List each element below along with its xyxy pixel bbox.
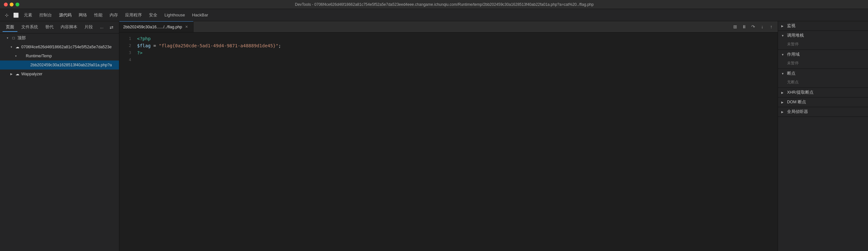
editor-area: 2bb202459c30a16....../../flag.php ✕ ⊞ ⏸ …	[119, 21, 778, 251]
line-num-2: 2	[119, 42, 131, 49]
subtab-snippets[interactable]: 片段	[81, 23, 96, 32]
tree-item-wappalyzer[interactable]: ▶ ☁ Wappalyzer	[0, 70, 119, 78]
xhr-title: XHR/提取断点	[787, 90, 813, 95]
tree-label-top: 顶部	[18, 35, 26, 41]
line-numbers: 1 2 3 4	[119, 33, 134, 251]
section-xhr: ▶ XHR/提取断点	[778, 88, 868, 98]
top-toolbar: ⊹ ⬜ 元素 控制台 源代码 网络 性能 内存 应用程序 安全 Lighthou…	[0, 9, 868, 21]
sidebar: 页面 文件系统 替代 内容脚本 片段 ... ⇄ ▾ □ 顶部 ▾ ☁ 0706…	[0, 21, 119, 251]
arrow-wappalyzer: ▶	[9, 72, 13, 76]
section-watch: ▶ 监视	[778, 21, 868, 31]
editor-tab-label: 2bb202459c30a16....../../flag.php	[123, 25, 182, 29]
section-callstack: ▼ 调用堆栈 未暂停	[778, 31, 868, 50]
breakpoints-content: 无断点	[778, 78, 868, 87]
right-panel: ▶ 监视 ▼ 调用堆栈 未暂停 ▼ 作用域 未暂停 ▼ 断点	[778, 21, 868, 251]
tab-performance[interactable]: 性能	[91, 11, 106, 19]
line-num-4: 4	[119, 56, 131, 63]
tab-sources[interactable]: 源代码	[56, 11, 75, 19]
file-tree: ▾ □ 顶部 ▾ ☁ 0706f4ce626d46f18662a81c754e5…	[0, 33, 119, 251]
tab-security[interactable]: 安全	[146, 11, 161, 19]
titlebar: DevTools - 0706f4ce626d46f18662a81c754e5…	[0, 0, 868, 9]
tab-application[interactable]: 应用程序	[122, 11, 145, 19]
tree-item-top[interactable]: ▾ □ 顶部	[0, 33, 119, 42]
section-watch-header[interactable]: ▶ 监视	[778, 21, 868, 31]
code-line-4	[137, 56, 778, 63]
tab-close-button[interactable]: ✕	[184, 25, 189, 30]
tree-label-wappalyzer: Wappalyzer	[21, 72, 42, 76]
dom-title: DOM 断点	[787, 100, 806, 105]
step-over-icon[interactable]: ↓	[758, 23, 766, 31]
traffic-lights	[4, 3, 19, 6]
tab-hackbar[interactable]: HackBar	[189, 11, 212, 19]
tree-item-runtime[interactable]: ▾ Runtime/Temp	[0, 51, 119, 61]
screen-icon[interactable]: ⬜	[11, 11, 20, 19]
tree-item-domain[interactable]: ▾ ☁ 0706f4ce626d46f18662a81c754e5f52a5e7…	[0, 42, 119, 51]
section-breakpoints-header[interactable]: ▼ 断点	[778, 69, 868, 78]
scope-content: 未暂停	[778, 59, 868, 69]
subtab-filesystem[interactable]: 文件系统	[18, 23, 41, 32]
tree-label-file: 2bb202459c30a1628513f40ab22fa01a.php?a	[30, 63, 112, 67]
section-dom-header[interactable]: ▶ DOM 断点	[778, 98, 868, 107]
tree-label-domain: 0706f4ce626d46f18662a81c754e5f52a5e7da52…	[21, 45, 112, 49]
cloud-wappalyzer-icon: ☁	[15, 71, 20, 77]
tab-network[interactable]: 网络	[75, 11, 90, 19]
tab-console[interactable]: 控制台	[36, 11, 55, 19]
close-button[interactable]	[4, 3, 8, 6]
callstack-content: 未暂停	[778, 40, 868, 49]
editor-tab-icons: ⊞ ⏸ ↷ ↓ ↑	[729, 21, 778, 32]
scope-arrow: ▼	[781, 53, 785, 56]
watch-title: 监视	[787, 23, 796, 29]
global-title: 全局侦听器	[787, 109, 808, 114]
section-callstack-header[interactable]: ▼ 调用堆栈	[778, 31, 868, 40]
arrow-runtime: ▾	[13, 54, 18, 58]
callstack-title: 调用堆栈	[787, 33, 804, 38]
step-icon[interactable]: ↷	[749, 23, 757, 31]
cloud-icon: ☁	[15, 44, 20, 49]
section-dom: ▶ DOM 断点	[778, 98, 868, 107]
code-editor: 1 2 3 4 <?php $flag = "flag{0a250cde-5ad…	[119, 33, 778, 251]
folder-icon: □	[11, 35, 16, 41]
tab-elements[interactable]: 元素	[21, 11, 35, 19]
pause-icon[interactable]: ⏸	[740, 23, 748, 31]
window-title: DevTools - 0706f4ce626d46f18662a81c754e5…	[25, 2, 864, 7]
xhr-arrow: ▶	[781, 91, 785, 94]
line-num-1: 1	[119, 35, 131, 42]
tree-label-runtime: Runtime/Temp	[26, 54, 52, 58]
folder-runtime-icon	[19, 53, 25, 59]
arrow-top: ▾	[5, 36, 10, 40]
tab-lighthouse[interactable]: Lighthouse	[161, 11, 188, 19]
editor-tabs: 2bb202459c30a16....../../flag.php ✕ ⊞ ⏸ …	[119, 21, 778, 33]
code-line-3: ?>	[137, 49, 778, 56]
section-global-listeners-header[interactable]: ▶ 全局侦听器	[778, 107, 868, 116]
cursor-icon[interactable]: ⊹	[3, 11, 11, 19]
section-scope: ▼ 作用域 未暂停	[778, 50, 868, 69]
section-global-listeners: ▶ 全局侦听器	[778, 107, 868, 117]
section-breakpoints: ▼ 断点 无断点	[778, 69, 868, 88]
minimize-button[interactable]	[10, 3, 13, 6]
section-xhr-header[interactable]: ▶ XHR/提取断点	[778, 88, 868, 97]
dom-arrow: ▶	[781, 101, 785, 104]
subtab-more[interactable]: ...	[97, 23, 107, 31]
subtab-page[interactable]: 页面	[3, 23, 18, 32]
subtab-content-scripts[interactable]: 内容脚本	[57, 23, 81, 32]
subtoolbar: 页面 文件系统 替代 内容脚本 片段 ... ⇄	[0, 21, 119, 33]
global-arrow: ▶	[781, 110, 785, 114]
tab-memory[interactable]: 内存	[106, 11, 121, 19]
watch-arrow: ▶	[781, 25, 785, 28]
format-icon[interactable]: ⊞	[731, 23, 739, 31]
line-num-3: 3	[119, 49, 131, 56]
section-scope-header[interactable]: ▼ 作用域	[778, 50, 868, 59]
breakpoints-title: 断点	[787, 71, 796, 76]
code-content[interactable]: <?php $flag = "flag{0a250cde-5ad1-49d4-9…	[134, 33, 778, 251]
file-icon	[24, 63, 29, 68]
tree-item-file[interactable]: ▾ 2bb202459c30a1628513f40ab22fa01a.php?a	[0, 61, 119, 70]
code-line-1: <?php	[137, 35, 778, 42]
arrow-domain: ▾	[9, 45, 13, 49]
maximize-button[interactable]	[16, 3, 19, 6]
sync-icon[interactable]: ⇄	[107, 23, 116, 32]
editor-tab-active[interactable]: 2bb202459c30a16....../../flag.php ✕	[119, 21, 193, 32]
step-out-icon[interactable]: ↑	[767, 23, 775, 31]
callstack-arrow: ▼	[781, 34, 785, 37]
subtab-override[interactable]: 替代	[42, 23, 57, 32]
breakpoints-arrow: ▼	[781, 72, 785, 75]
